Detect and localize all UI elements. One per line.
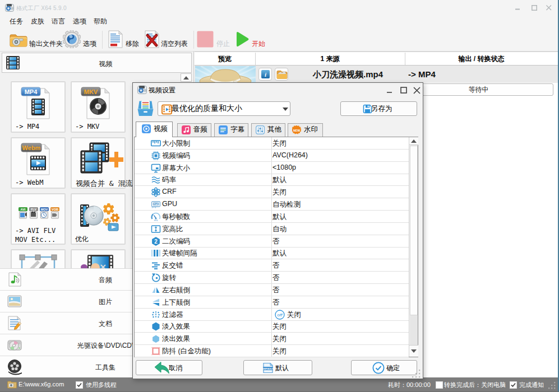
save-as-button[interactable]: 另存为 xyxy=(340,101,417,116)
subtitle-tab-icon xyxy=(219,125,228,134)
card-webm[interactable]: Webm-> WebM xyxy=(11,137,66,189)
setting-row-crf[interactable]: CRF关闭 xyxy=(135,186,409,198)
menu-help[interactable]: 帮助 xyxy=(94,17,107,26)
setting-row-video-encoder[interactable]: 视频编码AVC(H264) xyxy=(135,150,409,162)
stop-button[interactable]: 停止 xyxy=(197,30,236,49)
preset-value: 最优化的质量和大小 xyxy=(172,104,242,114)
minimize-icon[interactable] xyxy=(515,4,521,10)
setting-row-flip-horizontal[interactable]: 左右颠倒否 xyxy=(135,284,409,296)
cancel-button[interactable]: 取消 xyxy=(136,360,202,375)
sidebar-category-header[interactable]: 视频 xyxy=(2,53,192,73)
scrollbar-up-button[interactable] xyxy=(409,137,418,145)
notify-checkbox[interactable] xyxy=(510,381,517,389)
setting-row-deinterlace[interactable]: 反交错否 xyxy=(135,259,409,272)
open-folder-button[interactable] xyxy=(275,68,288,81)
tab-video-label: 视频 xyxy=(154,124,168,134)
setting-row-two-pass[interactable]: 2二次编码否 xyxy=(135,235,409,248)
setting-row-bitrate[interactable]: 码率默认 xyxy=(135,174,409,186)
tab-watermark[interactable]: NEW水印 xyxy=(288,123,323,137)
setting-row-gpu[interactable]: GPUGPU自动检测 xyxy=(135,198,409,211)
tab-others[interactable]: 其他 xyxy=(251,123,285,137)
clear-list-button[interactable]: 清空列表 xyxy=(144,30,194,49)
off-badge-icon: off xyxy=(275,310,285,320)
maximize-icon[interactable] xyxy=(532,5,537,11)
start-label: 开始 xyxy=(252,39,265,49)
column-header-source[interactable]: 1 来源 xyxy=(255,52,405,66)
menubar: 任务皮肤语言选项帮助 xyxy=(0,16,559,28)
sidebar-scroll-up[interactable] xyxy=(181,73,192,82)
avi-etc-icon: AVIFLVMOVVOB xyxy=(18,207,61,220)
tab-video[interactable]: 视频 xyxy=(136,122,173,137)
menu-options[interactable]: 选项 xyxy=(73,17,86,26)
menu-language[interactable]: 语言 xyxy=(52,17,65,26)
card-mp4[interactable]: MP4-> MP4 xyxy=(11,81,66,133)
titlebar: 格式工厂 X64 5.9.0 xyxy=(0,0,559,16)
bitrate-icon xyxy=(151,175,161,185)
start-icon xyxy=(235,31,250,48)
tab-audio[interactable]: 音频 xyxy=(177,123,211,137)
multithread-label: 使用多线程 xyxy=(86,381,117,389)
close-icon[interactable] xyxy=(546,5,552,11)
setting-value-bitrate: 默认 xyxy=(272,175,287,185)
tab-others-icon-box xyxy=(256,125,265,134)
scrollbar-thumb[interactable] xyxy=(410,146,418,315)
column-header-output[interactable]: 输出 / 转换状态 xyxy=(405,52,558,66)
scrollbar-down-button[interactable] xyxy=(409,345,418,357)
setting-label-filter: 过滤器 xyxy=(162,310,183,320)
card-mp4-label: -> MP4 xyxy=(15,123,39,130)
setting-row-rotate[interactable]: 旋转否 xyxy=(135,272,409,284)
start-button[interactable]: 开始 xyxy=(235,30,280,49)
video-settings-dialog: 视频设置最优化的质量和大小另存为视频音频字幕其他NEW水印大小限制关闭视频编码A… xyxy=(132,82,423,379)
dialog-close-icon[interactable] xyxy=(413,87,421,94)
setting-row-flip-vertical[interactable]: 上下颠倒否 xyxy=(135,296,409,309)
ok-button[interactable]: 确定 xyxy=(351,360,417,375)
card-webm-label: -> WebM xyxy=(15,179,44,186)
clear-list-label: 清空列表 xyxy=(161,39,188,49)
output-path[interactable]: E:\www.x6g.com xyxy=(19,381,64,388)
video-tab-icon xyxy=(142,124,151,133)
card-optimize[interactable]: 优化 xyxy=(71,193,126,245)
output-folder-button[interactable]: 输出文件夹 xyxy=(7,30,61,49)
setting-row-stabilize[interactable]: 防抖 (白金功能)关闭 xyxy=(135,345,409,357)
resize-grip-icon xyxy=(548,382,556,389)
task-row[interactable]: i小刀洗澡视频.mp4-> MP4 xyxy=(195,66,558,83)
remove-button[interactable]: 移除 xyxy=(107,30,141,49)
settings-scrollbar[interactable] xyxy=(409,137,418,357)
setting-row-aspect-ratio[interactable]: 宽高比自动 xyxy=(135,223,409,235)
setting-row-size-limit[interactable]: 大小限制关闭 xyxy=(135,137,409,150)
menu-skin[interactable]: 皮肤 xyxy=(31,17,44,26)
setting-label-deinterlace: 反交错 xyxy=(162,261,183,270)
tab-others-label: 其他 xyxy=(267,125,281,134)
setting-icon-size-limit xyxy=(151,138,161,148)
options-button[interactable]: 选项 xyxy=(62,30,96,49)
multithread-checkbox[interactable] xyxy=(76,381,83,389)
menu-task[interactable]: 任务 xyxy=(10,17,23,26)
default-icon: DEFAULT xyxy=(262,362,274,374)
dialog-title: 视频设置 xyxy=(149,86,175,95)
setting-row-fade-out[interactable]: 淡出效果关闭 xyxy=(135,333,409,345)
setting-row-keyframe-interval[interactable]: 关键帧间隔默认 xyxy=(135,247,409,259)
card-avi-flv-mov[interactable]: AVIFLVMOVVOB-> AVI FLVMOV Etc... xyxy=(11,193,66,245)
dialog-minimize-icon[interactable] xyxy=(387,87,393,94)
setting-row-fade-in[interactable]: 淡入效果关闭 xyxy=(135,320,409,333)
dialog-maximize-icon[interactable] xyxy=(400,87,407,94)
flip-vertical-icon xyxy=(151,297,161,307)
setting-row-filter[interactable]: 过滤器off关闭 xyxy=(135,309,409,321)
shutdown-checkbox[interactable] xyxy=(436,381,443,389)
output-folder-label: 输出文件夹 xyxy=(29,39,63,49)
setting-row-fps[interactable]: FPS每秒帧数默认 xyxy=(135,211,409,223)
setting-icon-gpu: GPU xyxy=(151,199,161,209)
card-mkv[interactable]: MKV-> MKV xyxy=(71,81,126,133)
default-button[interactable]: DEFAULT默认 xyxy=(243,360,312,375)
statusbar: E:\www.x6g.com使用多线程耗时：00:00:00转换完成后：关闭电脑… xyxy=(0,377,559,392)
info-button[interactable]: i xyxy=(258,68,272,81)
card-merge[interactable]: 视频合并 & 混流 xyxy=(71,137,126,189)
deinterlace-icon xyxy=(151,260,161,270)
column-header-preview[interactable]: 预览 xyxy=(195,52,255,66)
scrollbar-track[interactable] xyxy=(410,315,418,345)
preset-dropdown[interactable]: 最优化的质量和大小 xyxy=(158,101,290,116)
profile-tray-icon[interactable] xyxy=(137,100,154,116)
svg-text:2: 2 xyxy=(154,239,158,245)
tab-subtitle[interactable]: 字幕 xyxy=(214,123,248,137)
setting-row-screen-size[interactable]: 屏幕大小<1080p xyxy=(135,162,409,174)
